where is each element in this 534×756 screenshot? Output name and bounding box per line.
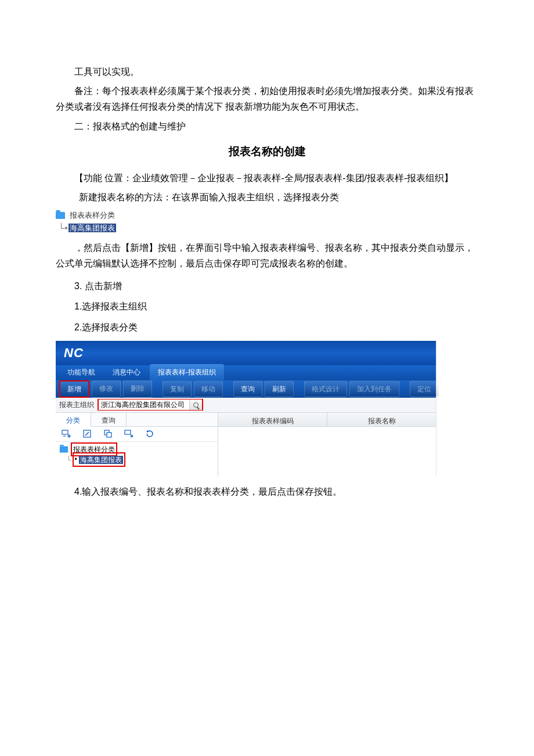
tree-child-highlight[interactable]: • 海高集团报表	[73, 452, 126, 467]
app-tab-bar: 功能导航 消息中心 报表表样-报表组织	[56, 365, 436, 380]
refresh-button[interactable]: 刷新	[265, 381, 294, 397]
tab-messages[interactable]: 消息中心	[104, 364, 149, 380]
folder-icon	[56, 212, 65, 219]
col-code: 报表表样编码	[218, 413, 327, 426]
org-input[interactable]	[99, 399, 189, 410]
tree-child-text: 海高集团报表	[79, 456, 123, 464]
tab-report-org[interactable]: 报表表样-报表组织	[150, 364, 224, 380]
left-iconbar	[56, 427, 218, 442]
delete-button[interactable]: 删除	[123, 380, 152, 398]
paragraph: 二：报表格式的创建与维护	[56, 118, 478, 134]
left-tab-category[interactable]: 分类	[56, 413, 91, 427]
svg-rect-6	[107, 433, 111, 437]
step-text: 2.选择报表分类	[56, 319, 478, 335]
app-screenshot: NC 功能导航 消息中心 报表表样-报表组织 新增 修改 删除 复制 移动 查询…	[56, 341, 436, 477]
step-text: 1.选择报表主组织	[56, 298, 478, 314]
tree-branch-icon: └	[66, 454, 71, 466]
document-page: 工具可以实现。 备注：每个报表表样必须属于某个报表分类，初始使用报表时必须先增加…	[0, 0, 534, 526]
left-tabs: 分类 查询	[56, 413, 218, 427]
org-label: 报表主组织	[59, 399, 94, 411]
left-tab-query[interactable]: 查询	[91, 413, 127, 426]
left-tree: 报表表样分类 └ • 海高集团报表	[56, 442, 218, 467]
step-text: 3. 点击新增	[56, 278, 478, 294]
move-button[interactable]: 移动	[194, 381, 223, 397]
paragraph: 工具可以实现。	[56, 64, 478, 80]
edit-button[interactable]: 修改	[92, 380, 121, 398]
org-search-button[interactable]	[189, 399, 202, 410]
table-header: 报表表样编码 报表名称	[218, 413, 436, 427]
col-name: 报表名称	[327, 413, 436, 426]
tree-example: 报表表样分类 └• 海高集团报表	[56, 208, 478, 235]
copy-button[interactable]: 复制	[163, 381, 192, 397]
org-row: 报表主组织	[56, 398, 436, 413]
search-icon	[193, 402, 199, 408]
svg-rect-7	[125, 430, 131, 434]
tree-root-label: 报表表样分类	[70, 211, 115, 219]
svg-rect-0	[62, 430, 68, 434]
folder-icon	[60, 446, 68, 452]
app-header: NC	[56, 341, 436, 365]
tree-delete-icon[interactable]	[124, 429, 134, 438]
query-button[interactable]: 查询	[233, 381, 262, 397]
lower-panes: 分类 查询	[56, 413, 436, 477]
add-to-task-button[interactable]: 加入到任务	[349, 381, 399, 397]
paragraph: 新建报表名称的方法：在该界面输入报表主组织，选择报表分类	[56, 189, 478, 205]
org-input-wrap	[98, 399, 203, 411]
left-pane: 分类 查询	[56, 413, 218, 477]
app-logo: NC	[64, 342, 84, 363]
right-pane: 报表表样编码 报表名称	[218, 413, 436, 477]
tab-nav[interactable]: 功能导航	[59, 364, 103, 380]
section-heading: 报表名称的创建	[56, 142, 478, 161]
tree-branch-icon: └•	[58, 222, 66, 235]
tree-child-label: 海高集团报表	[68, 224, 116, 232]
paragraph: 备注：每个报表表样必须属于某个报表分类，初始使用报表时必须先增加报表分类。如果没…	[56, 83, 478, 114]
tree-edit-icon[interactable]	[82, 429, 92, 438]
paragraph: 4.输入报表编号、报表名称和报表表样分类，最后点击保存按钮。	[56, 484, 478, 499]
format-design-button[interactable]: 格式设计	[304, 381, 347, 397]
tree-add-icon[interactable]	[62, 429, 71, 438]
toolbar: 新增 修改 删除 复制 移动 查询 刷新 格式设计 加入到任务 定位	[56, 380, 436, 398]
new-button[interactable]: 新增	[59, 380, 89, 398]
paragraph: 【功能 位置：企业绩效管理－企业报表－报表表样-全局/报表表样-集团/报表表样-…	[56, 170, 478, 186]
tree-refresh-icon[interactable]	[145, 429, 154, 438]
tree-copy-icon[interactable]	[103, 429, 113, 438]
locate-button[interactable]: 定位	[410, 381, 439, 397]
paragraph: ，然后点击【新增】按钮，在界面引导中输入报表表样编号、报表名称，其中报表分类自动…	[56, 240, 478, 271]
